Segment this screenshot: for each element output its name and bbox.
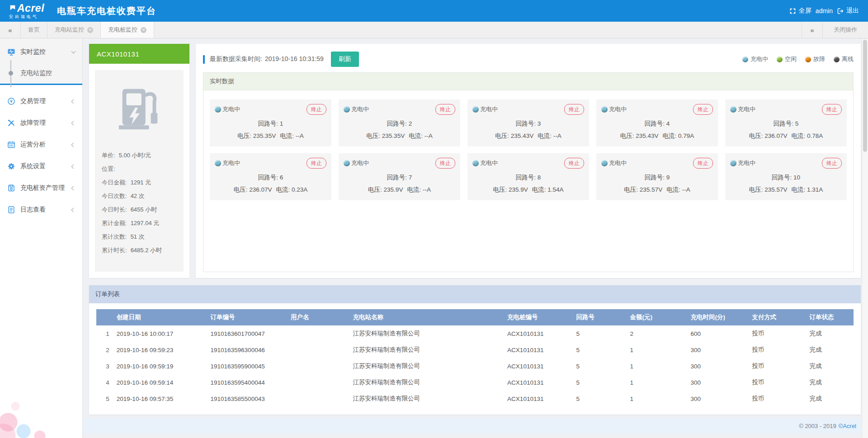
sidebar-item-transactions[interactable]: ¥ 交易管理 bbox=[0, 90, 82, 112]
tabs-scroll-left-button[interactable]: « bbox=[0, 22, 21, 38]
col-pay: 支付方式 bbox=[748, 309, 806, 325]
app-header: Acrel 安科瑞电气 电瓶车充电桩收费平台 全屏 admin 退出 bbox=[0, 0, 868, 22]
acrel-flag-icon bbox=[9, 5, 16, 12]
circuit-detail: 电压: 235.57V电流: --A bbox=[601, 186, 713, 194]
charging-sphere-icon bbox=[215, 106, 221, 113]
status-sphere-icon bbox=[834, 57, 840, 62]
circuit-status: 充电中 bbox=[730, 105, 755, 113]
analysis-icon bbox=[7, 141, 15, 149]
monitor-panel: 最新数据采集时间:2019-10-16 10:31:59 刷新 充电中 bbox=[196, 44, 861, 278]
station-stat-row: 今日次数: 42 次 bbox=[95, 189, 184, 203]
legend-item: 离线 bbox=[834, 55, 854, 63]
terminate-button[interactable]: 终止 bbox=[693, 104, 713, 115]
circuit-detail: 电压: 236.07V电流: 0.23A bbox=[215, 186, 326, 194]
col-circuit: 回路号 bbox=[573, 309, 627, 325]
terminate-button[interactable]: 终止 bbox=[564, 104, 584, 115]
page-title: 电瓶车充电桩收费平台 bbox=[57, 5, 156, 17]
tab-station-monitor[interactable]: 充电站监控 ✕ bbox=[47, 22, 101, 38]
charging-sphere-icon bbox=[215, 160, 221, 166]
orders-section: 订单列表 创建日期 订单编号 用户名 充电站名称 充电桩编号 bbox=[89, 285, 861, 414]
terminate-button[interactable]: 终止 bbox=[435, 158, 455, 169]
station-stat-row: 位置: bbox=[95, 162, 184, 176]
tab-close-icon[interactable]: ✕ bbox=[141, 27, 146, 33]
acrel-logo: Acrel 安科瑞电气 bbox=[9, 3, 44, 19]
charging-sphere-icon bbox=[344, 160, 350, 166]
tab-close-icon[interactable]: ✕ bbox=[87, 27, 93, 33]
settings-icon bbox=[7, 162, 15, 170]
footer-brand-link[interactable]: ©Acrel bbox=[839, 423, 856, 429]
chevron-down-icon bbox=[71, 49, 76, 54]
status-sphere-icon bbox=[777, 57, 783, 62]
col-station: 充电站名称 bbox=[349, 309, 504, 325]
sidebar-item-logs[interactable]: 日志查看 bbox=[0, 199, 82, 221]
status-sphere-icon bbox=[742, 57, 748, 62]
legend-item: 故障 bbox=[805, 55, 825, 63]
circuit-detail: 电压: 235.35V电流: --A bbox=[344, 132, 455, 140]
circuit-card: 充电中 终止 回路号: 1 电压: 235.35V电流: --A bbox=[210, 99, 331, 146]
col-created: 创建日期 bbox=[113, 309, 207, 325]
circuit-number: 回路号: 10 bbox=[730, 174, 842, 182]
circuit-detail: 电压: 235.57V电流: 1.31A bbox=[730, 186, 842, 194]
circuit-detail: 电压: 235.43V电流: 0.79A bbox=[601, 132, 713, 140]
circuit-number: 回路号: 4 bbox=[601, 120, 713, 128]
terminate-button[interactable]: 终止 bbox=[435, 104, 455, 115]
refresh-button[interactable]: 刷新 bbox=[331, 52, 359, 67]
tab-home[interactable]: 首页 bbox=[21, 22, 47, 38]
circuit-grid: 充电中 终止 回路号: 1 电压: 235.35V电流: --A bbox=[203, 90, 853, 209]
table-row[interactable]: 4 2019-10-16 09:59:14 1910163595400044 江… bbox=[96, 374, 854, 391]
charging-sphere-icon bbox=[472, 106, 479, 113]
sidebar-item-analysis[interactable]: 运营分析 bbox=[0, 134, 82, 155]
charging-pile-icon bbox=[113, 82, 166, 135]
terminate-button[interactable]: 终止 bbox=[693, 158, 713, 169]
station-id: ACX1010131 bbox=[89, 44, 189, 64]
monitor-icon bbox=[7, 48, 15, 56]
accent-bar bbox=[203, 55, 205, 64]
circuit-card: 充电中 终止 回路号: 7 电压: 235.9V电流: --A bbox=[339, 153, 460, 200]
tab-bar: « 首页 充电站监控 ✕ 充电桩监控 ✕ » 关闭操作 bbox=[0, 22, 868, 38]
terminate-button[interactable]: 终止 bbox=[307, 158, 326, 169]
terminate-button[interactable]: 终止 bbox=[307, 104, 326, 115]
charging-sphere-icon bbox=[601, 160, 608, 166]
sidebar-item-realtime-monitor[interactable]: 实时监控 bbox=[0, 41, 82, 63]
tab-pile-monitor[interactable]: 充电桩监控 ✕ bbox=[101, 22, 154, 38]
circuit-card: 充电中 终止 回路号: 6 电压: 236.07V电流: 0.23A bbox=[210, 153, 331, 200]
circuit-card: 充电中 终止 回路号: 9 电压: 235.57V电流: --A bbox=[596, 153, 718, 200]
table-row[interactable]: 5 2019-10-16 09:57:35 1910163585500043 江… bbox=[96, 391, 854, 407]
sidebar-item-faults[interactable]: 故障管理 bbox=[0, 112, 82, 134]
circuit-card: 充电中 终止 回路号: 4 电压: 235.43V电流: 0.79A bbox=[596, 99, 718, 146]
circuit-detail: 电压: 235.35V电流: --A bbox=[215, 132, 326, 140]
sidebar-item-charging-station-monitor[interactable]: 充电站监控 bbox=[0, 63, 82, 84]
circuit-number: 回路号: 8 bbox=[472, 174, 584, 182]
terminate-button[interactable]: 终止 bbox=[822, 104, 842, 115]
chevron-left-icon bbox=[71, 186, 76, 190]
tabs-scroll-right-button[interactable]: » bbox=[802, 22, 822, 38]
table-row[interactable]: 2 2019-10-16 09:59:23 1910163596300046 江… bbox=[96, 342, 854, 358]
timeline-dot-icon bbox=[9, 71, 13, 75]
circuit-card: 充电中 终止 回路号: 5 电压: 236.07V电流: 0.78A bbox=[725, 99, 847, 146]
svg-text:¥: ¥ bbox=[10, 99, 13, 104]
realtime-data-title: 实时数据 bbox=[203, 73, 853, 90]
station-stat-row: 今日时长: 6455 小时 bbox=[95, 203, 184, 217]
col-pile: 充电桩编号 bbox=[504, 309, 572, 325]
username[interactable]: admin bbox=[816, 7, 833, 14]
circuit-number: 回路号: 6 bbox=[215, 174, 326, 182]
charging-sphere-icon bbox=[344, 106, 350, 113]
terminate-button[interactable]: 终止 bbox=[822, 158, 842, 169]
collect-time: 最新数据采集时间:2019-10-16 10:31:59 bbox=[210, 55, 324, 63]
circuit-number: 回路号: 3 bbox=[472, 120, 584, 128]
close-operations-button[interactable]: 关闭操作 bbox=[822, 22, 868, 38]
table-row[interactable]: 1 2019-10-16 10:00:17 1910163601700047 江… bbox=[96, 325, 854, 342]
vertical-scrollbar[interactable] bbox=[862, 39, 868, 438]
circuit-detail: 电压: 235.9V电流: 1.54A bbox=[472, 186, 584, 194]
circuit-card: 充电中 终止 回路号: 10 电压: 235.57V电流: 1.31A bbox=[725, 153, 847, 200]
scrollbar-thumb[interactable] bbox=[863, 40, 867, 152]
page-footer: © 2003 - 2019 ©Acrel bbox=[83, 418, 868, 433]
realtime-data-section: 实时数据 充电中 终止 bbox=[203, 72, 854, 272]
terminate-button[interactable]: 终止 bbox=[564, 158, 584, 169]
logout-button[interactable]: 退出 bbox=[837, 7, 859, 15]
sidebar-item-settings[interactable]: 系统设置 bbox=[0, 155, 82, 177]
table-row[interactable]: 3 2019-10-16 09:59:19 1910163595900045 江… bbox=[96, 358, 854, 374]
sidebar-item-pile-assets[interactable]: 充电桩资产管理 bbox=[0, 177, 82, 199]
fullscreen-button[interactable]: 全屏 bbox=[789, 7, 811, 15]
chevron-left-icon bbox=[71, 164, 76, 169]
